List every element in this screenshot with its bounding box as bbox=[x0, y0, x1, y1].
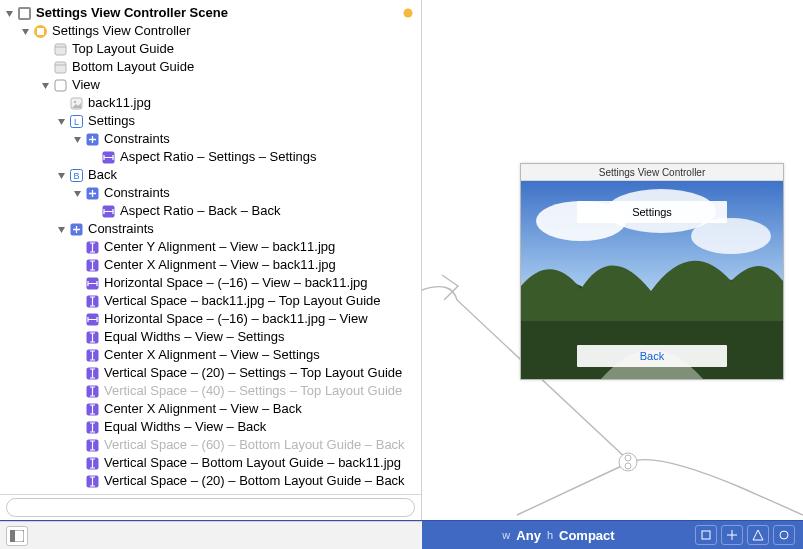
arrow-spacer bbox=[72, 458, 82, 468]
outline-label: Back bbox=[88, 166, 117, 184]
svg-rect-7 bbox=[55, 44, 66, 55]
outline-row[interactable]: Vertical Space – Bottom Layout Guide – b… bbox=[0, 454, 421, 472]
outline-filter-input[interactable] bbox=[6, 498, 415, 517]
constraint-v-icon bbox=[84, 455, 100, 471]
image-icon bbox=[68, 95, 84, 111]
svg-marker-4 bbox=[22, 29, 29, 35]
chevron-down-icon[interactable] bbox=[20, 26, 30, 36]
arrow-spacer bbox=[72, 404, 82, 414]
outline-row[interactable]: Aspect Ratio – Back – Back bbox=[0, 202, 421, 220]
svg-marker-15 bbox=[58, 119, 65, 125]
outline-row[interactable]: Horizontal Space – (–16) – View – back11… bbox=[0, 274, 421, 292]
outline-row[interactable]: Center X Alignment – View – Settings bbox=[0, 346, 421, 364]
svg-point-3 bbox=[404, 9, 413, 18]
constraint-v-icon bbox=[84, 401, 100, 417]
outline-row[interactable]: Equal Widths – View – Back bbox=[0, 418, 421, 436]
svg-marker-18 bbox=[74, 137, 81, 143]
outline-label: Settings View Controller bbox=[52, 22, 191, 40]
svg-text:B: B bbox=[73, 171, 79, 181]
outline-row[interactable]: Aspect Ratio – Settings – Settings bbox=[0, 148, 421, 166]
outline-filter-bar bbox=[0, 494, 421, 520]
constraint-v-icon bbox=[84, 347, 100, 363]
outline-row[interactable]: Vertical Space – (20) – Bottom Layout Gu… bbox=[0, 472, 421, 490]
outline-row[interactable]: Constraints bbox=[0, 130, 421, 148]
outline-row[interactable]: back11.jpg bbox=[0, 94, 421, 112]
size-class-w-label: w bbox=[502, 529, 510, 541]
storyboard-canvas[interactable]: Settings View Controller bbox=[422, 0, 803, 520]
constraint-h-icon bbox=[84, 275, 100, 291]
outline-label: Center X Alignment – View – Back bbox=[104, 400, 302, 418]
outline-row[interactable]: View bbox=[0, 76, 421, 94]
outline-row[interactable]: Constraints bbox=[0, 220, 421, 238]
outline-row[interactable]: Settings View Controller bbox=[0, 22, 421, 40]
svg-marker-27 bbox=[58, 227, 65, 233]
outline-label: Constraints bbox=[88, 220, 154, 238]
constraint-v-icon bbox=[84, 293, 100, 309]
outline-toggle-button[interactable] bbox=[6, 526, 28, 546]
back-button[interactable]: Back bbox=[577, 345, 727, 367]
chevron-down-icon[interactable] bbox=[40, 80, 50, 90]
resize-button[interactable] bbox=[773, 525, 795, 545]
outline-label: Center X Alignment – View – Settings bbox=[104, 346, 320, 364]
svg-rect-6 bbox=[37, 28, 44, 35]
constraint-v-icon bbox=[84, 257, 100, 273]
outline-row[interactable]: Center Y Alignment – View – back11.jpg bbox=[0, 238, 421, 256]
pin-button[interactable] bbox=[721, 525, 743, 545]
outline-tree[interactable]: Settings View Controller Scene Settings … bbox=[0, 0, 421, 494]
outline-row[interactable]: Horizontal Space – (–16) – back11.jpg – … bbox=[0, 310, 421, 328]
outline-row-scene[interactable]: Settings View Controller Scene bbox=[0, 4, 421, 22]
outline-row[interactable]: Top Layout Guide bbox=[0, 40, 421, 58]
constraint-v-icon bbox=[84, 383, 100, 399]
align-button[interactable] bbox=[695, 525, 717, 545]
document-outline[interactable]: Settings View Controller Scene Settings … bbox=[0, 0, 422, 520]
outline-row[interactable]: BBack bbox=[0, 166, 421, 184]
outline-label: Vertical Space – (20) – Settings – Top L… bbox=[104, 364, 402, 382]
outline-label: Settings View Controller Scene bbox=[36, 4, 228, 22]
settings-button[interactable]: Settings bbox=[577, 201, 727, 223]
outline-label: Vertical Space – (40) – Settings – Top L… bbox=[104, 382, 402, 400]
scene-icon bbox=[16, 5, 32, 21]
outline-label: Settings bbox=[88, 112, 135, 130]
svg-text:L: L bbox=[73, 117, 78, 127]
outline-label: Aspect Ratio – Settings – Settings bbox=[120, 148, 317, 166]
outline-row[interactable]: Equal Widths – View – Settings bbox=[0, 328, 421, 346]
size-class-control[interactable]: w Any h Compact bbox=[422, 528, 695, 543]
outline-row[interactable]: Constraints bbox=[0, 184, 421, 202]
svg-point-53 bbox=[619, 453, 637, 471]
outline-label: Vertical Space – Bottom Layout Guide – b… bbox=[104, 454, 401, 472]
segue-node-icon[interactable] bbox=[618, 452, 638, 472]
scene-preview[interactable]: Settings View Controller bbox=[520, 163, 784, 380]
outline-row[interactable]: Vertical Space – (40) – Settings – Top L… bbox=[0, 382, 421, 400]
svg-point-60 bbox=[780, 531, 788, 539]
chevron-down-icon[interactable] bbox=[72, 134, 82, 144]
outline-row[interactable]: Vertical Space – (20) – Settings – Top L… bbox=[0, 364, 421, 382]
arrow-spacer bbox=[72, 242, 82, 252]
outline-row[interactable]: LSettings bbox=[0, 112, 421, 130]
back-button-label: Back bbox=[640, 350, 664, 362]
arrow-spacer bbox=[40, 62, 50, 72]
outline-label: Vertical Space – (60) – Bottom Layout Gu… bbox=[104, 436, 405, 454]
viewcontroller-icon bbox=[32, 23, 48, 39]
outline-row[interactable]: Center X Alignment – View – back11.jpg bbox=[0, 256, 421, 274]
constraint-v-icon bbox=[84, 239, 100, 255]
settings-button-label: Settings bbox=[632, 206, 672, 218]
outline-row[interactable]: Bottom Layout Guide bbox=[0, 58, 421, 76]
arrow-spacer bbox=[88, 152, 98, 162]
constraint-h-icon bbox=[100, 149, 116, 165]
arrow-spacer bbox=[56, 98, 66, 108]
arrow-spacer bbox=[72, 260, 82, 270]
chevron-down-icon[interactable] bbox=[56, 170, 66, 180]
chevron-down-icon[interactable] bbox=[4, 8, 14, 18]
layoutguide-icon bbox=[52, 59, 68, 75]
scene-preview-body: Settings Back bbox=[521, 181, 783, 379]
arrow-spacer bbox=[72, 296, 82, 306]
scene-preview-title: Settings View Controller bbox=[521, 164, 783, 181]
resolve-issues-button[interactable] bbox=[747, 525, 769, 545]
constraint-h-icon bbox=[100, 203, 116, 219]
chevron-down-icon[interactable] bbox=[56, 116, 66, 126]
outline-row[interactable]: Vertical Space – back11.jpg – Top Layout… bbox=[0, 292, 421, 310]
chevron-down-icon[interactable] bbox=[56, 224, 66, 234]
outline-row[interactable]: Center X Alignment – View – Back bbox=[0, 400, 421, 418]
chevron-down-icon[interactable] bbox=[72, 188, 82, 198]
outline-row[interactable]: Vertical Space – (60) – Bottom Layout Gu… bbox=[0, 436, 421, 454]
